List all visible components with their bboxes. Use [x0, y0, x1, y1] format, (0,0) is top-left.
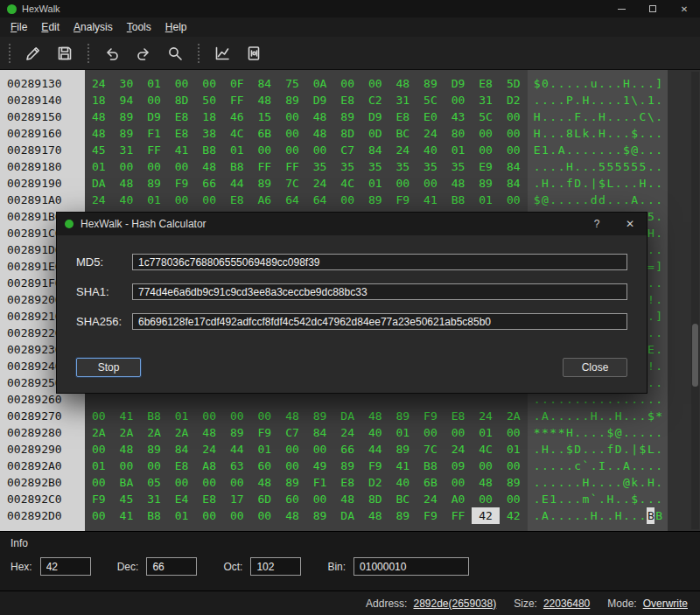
hex-byte[interactable]: BC [389, 125, 417, 142]
ascii-char[interactable]: . [533, 458, 541, 474]
ascii-char[interactable]: $ [533, 192, 541, 208]
menu-item-edit[interactable]: Edit [34, 19, 66, 35]
scrollbar-thumb[interactable] [692, 324, 698, 387]
hex-byte[interactable]: D9 [444, 75, 472, 92]
hex-byte[interactable]: 00 [500, 108, 528, 125]
ascii-char[interactable]: . [606, 75, 614, 92]
hex-byte[interactable]: 0A [306, 75, 334, 92]
ascii-char[interactable]: . [598, 491, 606, 507]
ascii-char[interactable]: . [550, 92, 557, 108]
hex-byte[interactable]: 00 [389, 175, 417, 192]
hex-byte[interactable]: B8 [140, 408, 168, 424]
hex-byte[interactable]: 31 [389, 92, 417, 108]
hex-byte[interactable]: 01 [472, 424, 500, 441]
ascii-char[interactable]: . [654, 491, 662, 507]
hex-byte[interactable]: 84 [361, 142, 389, 158]
ascii-char[interactable]: H [647, 474, 654, 491]
ascii-char[interactable]: 5 [614, 158, 622, 175]
ascii-char[interactable]: 5 [598, 158, 606, 175]
ascii-char[interactable]: . [654, 192, 662, 208]
ascii-char[interactable]: . [647, 75, 654, 92]
ascii-char[interactable]: . [533, 491, 541, 507]
ascii-char[interactable]: . [598, 507, 606, 524]
ascii-char[interactable]: . [614, 458, 622, 474]
hex-byte[interactable]: 41 [416, 192, 444, 208]
hex-byte[interactable]: 15 [251, 108, 279, 125]
close-dialog-button[interactable]: Close [563, 358, 627, 377]
ascii-char[interactable]: . [565, 507, 573, 524]
hex-byte[interactable]: 7C [416, 441, 444, 458]
ascii-char[interactable]: . [533, 507, 541, 524]
hex-byte[interactable]: 89 [416, 75, 444, 92]
ascii-char[interactable]: . [654, 341, 662, 358]
hex-byte[interactable]: 41 [113, 507, 141, 524]
hex-byte[interactable]: 01 [85, 458, 113, 474]
ascii-char[interactable]: . [647, 192, 654, 208]
hex-byte[interactable]: BA [113, 474, 141, 491]
ascii-char[interactable]: H [565, 424, 573, 441]
hex-byte[interactable]: 00 [251, 507, 279, 524]
hex-byte[interactable]: 8D [168, 92, 196, 108]
hex-byte[interactable]: 00 [85, 474, 113, 491]
ascii-char[interactable]: ` [590, 491, 598, 507]
ascii-char[interactable]: . [582, 142, 590, 158]
ascii-char[interactable]: . [582, 424, 590, 441]
hex-byte[interactable]: 89 [306, 507, 334, 524]
sha256-value-input[interactable] [132, 313, 627, 330]
ascii-char[interactable]: H [590, 408, 598, 424]
ascii-char[interactable]: $ [647, 408, 654, 424]
hex-byte[interactable]: FF [444, 507, 472, 524]
hex-byte[interactable]: C2 [361, 92, 389, 108]
ascii-char[interactable]: . [598, 441, 606, 458]
hex-byte[interactable]: 35 [444, 158, 472, 175]
hex-byte[interactable]: 89 [113, 108, 141, 125]
ascii-char[interactable]: . [654, 175, 662, 192]
hex-byte[interactable]: 48 [195, 424, 223, 441]
hex-byte[interactable]: 24 [472, 408, 500, 424]
hex-byte[interactable]: FF [140, 142, 168, 158]
ascii-char[interactable]: . [573, 192, 581, 208]
ascii-char[interactable]: . [541, 92, 549, 108]
hex-byte[interactable]: 94 [113, 92, 141, 108]
hex-byte[interactable]: 00 [168, 75, 196, 92]
hex-byte[interactable]: 2A [500, 408, 528, 424]
ascii-char[interactable]: . [647, 241, 654, 258]
ascii-char[interactable]: A [557, 142, 565, 158]
hex-byte[interactable]: 89 [333, 108, 361, 125]
ascii-char[interactable]: . [557, 474, 565, 491]
ascii-char[interactable]: @ [614, 424, 622, 441]
ascii-char[interactable]: . [606, 108, 614, 125]
dialog-help-button[interactable]: ? [580, 213, 613, 235]
hex-byte[interactable]: 48 [389, 75, 417, 92]
ascii-char[interactable]: . [573, 75, 581, 92]
hex-byte[interactable]: 00 [306, 142, 334, 158]
maximize-button[interactable] [637, 0, 668, 17]
hex-byte[interactable]: 4C [472, 441, 500, 458]
ascii-char[interactable]: H [598, 125, 606, 142]
ascii-char[interactable]: . [598, 75, 606, 92]
hex-byte[interactable]: 35 [416, 158, 444, 175]
hex-byte[interactable]: 00 [306, 441, 334, 458]
ascii-char[interactable]: k [631, 474, 639, 491]
ascii-char[interactable]: . [647, 275, 654, 291]
ascii-char[interactable]: H [647, 225, 654, 241]
ascii-char[interactable]: . [590, 92, 598, 108]
ascii-char[interactable]: . [654, 474, 662, 491]
ascii-char[interactable]: I [598, 458, 606, 474]
hex-byte[interactable]: BC [389, 491, 417, 507]
hex-byte[interactable]: 00 [223, 474, 251, 491]
hex-byte[interactable]: 48 [444, 175, 472, 192]
ascii-char[interactable]: . [622, 192, 630, 208]
ascii-char[interactable]: . [622, 108, 630, 125]
hex-byte[interactable]: 00 [168, 158, 196, 175]
ascii-char[interactable]: H [541, 175, 549, 192]
ascii-char[interactable]: 5 [647, 208, 654, 225]
ascii-char[interactable]: . [639, 474, 647, 491]
ascii-char[interactable]: . [550, 458, 557, 474]
ascii-char[interactable]: L [606, 175, 614, 192]
ascii-char[interactable]: . [557, 408, 565, 424]
hex-byte[interactable]: 2A [140, 424, 168, 441]
ascii-char[interactable]: . [654, 158, 662, 175]
ascii-char[interactable]: . [550, 474, 557, 491]
hex-byte[interactable]: 89 [472, 175, 500, 192]
